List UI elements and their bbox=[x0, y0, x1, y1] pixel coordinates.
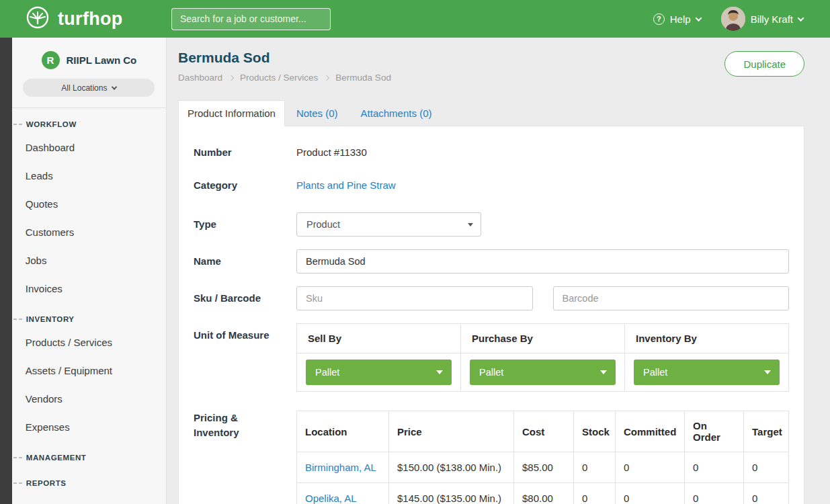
target-cell: 0 bbox=[744, 483, 789, 504]
price-cell: $150.00 ($138.00 Min.) bbox=[389, 452, 514, 483]
section-marker-icon bbox=[13, 319, 22, 320]
sidebar-item-invoices[interactable]: Invoices bbox=[12, 275, 166, 303]
dropdown-arrow-icon bbox=[764, 370, 771, 374]
field-label-unit-of-measure: Unit of Measure bbox=[194, 323, 296, 392]
search-input[interactable] bbox=[171, 8, 331, 30]
sidebar-item-quotes[interactable]: Quotes bbox=[12, 190, 166, 218]
sidebar-item-leads[interactable]: Leads bbox=[12, 162, 166, 190]
turfhop-logo-icon bbox=[24, 4, 51, 34]
sidebar-item-expenses[interactable]: Expenses bbox=[12, 413, 166, 442]
section-marker-icon bbox=[13, 482, 22, 484]
chevron-down-icon bbox=[798, 15, 804, 22]
sidebar-item-dashboard[interactable]: Dashboard bbox=[12, 134, 166, 162]
purchase-by-value: Pallet bbox=[479, 367, 503, 378]
chevron-down-icon bbox=[112, 84, 117, 89]
help-label: Help bbox=[670, 13, 691, 25]
sidebar-item-products-services[interactable]: Products / Services bbox=[12, 329, 166, 357]
nav-section-reports[interactable]: REPORTS bbox=[12, 467, 166, 493]
pricing-col-price: Price bbox=[389, 411, 514, 452]
left-edge-strip bbox=[0, 38, 12, 504]
app-header: turfhop ? Help Billy Kraft bbox=[0, 0, 830, 38]
location-filter-dropdown[interactable]: All Locations bbox=[23, 79, 155, 97]
avatar bbox=[721, 7, 745, 31]
pricing-col-cost: Cost bbox=[514, 411, 574, 452]
tab-product-information[interactable]: Product Information bbox=[178, 100, 285, 126]
nav-section-inventory[interactable]: INVENTORY bbox=[12, 303, 166, 329]
page-head: Bermuda Sod Dashboard Products / Service… bbox=[178, 50, 804, 83]
uom-col-inventory-by: Inventory By bbox=[625, 324, 789, 353]
dropdown-arrow-icon bbox=[468, 223, 473, 226]
breadcrumb-dashboard[interactable]: Dashboard bbox=[178, 73, 222, 83]
sku-input[interactable] bbox=[296, 286, 533, 310]
type-row: Type Product bbox=[194, 212, 789, 237]
nav-section-management[interactable]: MANAGEMENT bbox=[12, 442, 166, 467]
nav-section-workflow[interactable]: WORKFLOW bbox=[12, 108, 166, 134]
pricing-col-on-order: On Order bbox=[685, 411, 744, 452]
product-information-panel: Number Product #11330 Category Plants an… bbox=[178, 126, 804, 504]
sell-by-dropdown[interactable]: Pallet bbox=[306, 360, 452, 385]
cost-cell: $85.00 bbox=[514, 452, 574, 483]
sidebar-nav: WORKFLOW Dashboard Leads Quotes Customer… bbox=[12, 108, 166, 493]
field-label-name: Name bbox=[194, 249, 296, 274]
field-label-category: Category bbox=[194, 179, 296, 191]
breadcrumb-separator-icon bbox=[324, 75, 329, 80]
inventory-by-value: Pallet bbox=[643, 367, 667, 378]
category-row: Category Plants and Pine Straw bbox=[194, 179, 789, 191]
pricing-col-target: Target bbox=[744, 411, 789, 452]
uom-col-sell-by: Sell By bbox=[297, 324, 461, 353]
breadcrumb-separator-icon bbox=[229, 75, 234, 80]
pricing-col-location: Location bbox=[297, 411, 389, 452]
uom-col-purchase-by: Purchase By bbox=[461, 324, 625, 353]
pricing-col-committed: Committed bbox=[616, 411, 685, 452]
category-link[interactable]: Plants and Pine Straw bbox=[296, 179, 396, 191]
location-link-opelika[interactable]: Opelika, AL bbox=[305, 493, 357, 504]
sku-barcode-row: Sku / Barcode bbox=[194, 286, 789, 310]
number-row: Number Product #11330 bbox=[194, 146, 789, 158]
field-label-number: Number bbox=[194, 146, 296, 158]
user-name: Billy Kraft bbox=[751, 13, 793, 25]
duplicate-button[interactable]: Duplicate bbox=[724, 51, 804, 77]
help-menu[interactable]: ? Help bbox=[653, 13, 701, 25]
dropdown-arrow-icon bbox=[436, 370, 443, 374]
breadcrumb: Dashboard Products / Services Bermuda So… bbox=[178, 73, 391, 83]
dropdown-arrow-icon bbox=[600, 370, 607, 374]
sidebar-item-customers[interactable]: Customers bbox=[12, 218, 166, 247]
name-row: Name bbox=[194, 249, 789, 274]
type-select-value: Product bbox=[306, 219, 340, 230]
barcode-input[interactable] bbox=[553, 286, 790, 310]
help-icon: ? bbox=[653, 13, 665, 25]
brand[interactable]: turfhop bbox=[24, 4, 171, 34]
section-marker-icon bbox=[13, 124, 22, 125]
page-title: Bermuda Sod bbox=[178, 50, 391, 66]
name-input[interactable] bbox=[296, 249, 789, 274]
sidebar-item-assets-equipment[interactable]: Assets / Equipment bbox=[12, 357, 166, 385]
chevron-down-icon bbox=[695, 15, 702, 22]
committed-cell: 0 bbox=[616, 483, 685, 504]
nav-section-label: MANAGEMENT bbox=[26, 454, 87, 462]
nav-section-label: WORKFLOW bbox=[26, 120, 77, 128]
user-menu[interactable]: Billy Kraft bbox=[721, 7, 803, 31]
nav-section-label: INVENTORY bbox=[26, 315, 75, 323]
unit-of-measure-table: Sell By Purchase By Inventory By Pallet bbox=[296, 323, 789, 392]
company-name: RIIPL Lawn Co bbox=[67, 54, 137, 66]
tabs: Product Information Notes (0) Attachment… bbox=[178, 100, 804, 126]
tab-notes[interactable]: Notes (0) bbox=[285, 101, 349, 126]
sidebar-item-jobs[interactable]: Jobs bbox=[12, 247, 166, 275]
field-label-sku-barcode: Sku / Barcode bbox=[194, 286, 296, 310]
location-link-birmingham[interactable]: Birmingham, AL bbox=[305, 462, 376, 473]
sidebar: R RIIPL Lawn Co All Locations WORKFLOW D… bbox=[12, 38, 167, 504]
field-label-type: Type bbox=[194, 212, 296, 237]
purchase-by-dropdown[interactable]: Pallet bbox=[470, 360, 616, 385]
company-header: R RIIPL Lawn Co bbox=[12, 51, 166, 79]
target-cell: 0 bbox=[744, 452, 789, 483]
inventory-by-dropdown[interactable]: Pallet bbox=[634, 360, 780, 385]
field-label-pricing-inventory: Pricing & Inventory bbox=[194, 411, 296, 504]
pricing-table-row: Opelika, AL $145.00 ($135.00 Min.) $80.0… bbox=[297, 483, 789, 504]
cost-cell: $80.00 bbox=[514, 483, 574, 504]
section-marker-icon bbox=[13, 457, 22, 458]
type-select[interactable]: Product bbox=[296, 212, 481, 237]
sell-by-value: Pallet bbox=[315, 367, 339, 378]
sidebar-item-vendors[interactable]: Vendors bbox=[12, 385, 166, 413]
breadcrumb-products-services[interactable]: Products / Services bbox=[240, 73, 318, 83]
tab-attachments[interactable]: Attachments (0) bbox=[349, 101, 444, 126]
